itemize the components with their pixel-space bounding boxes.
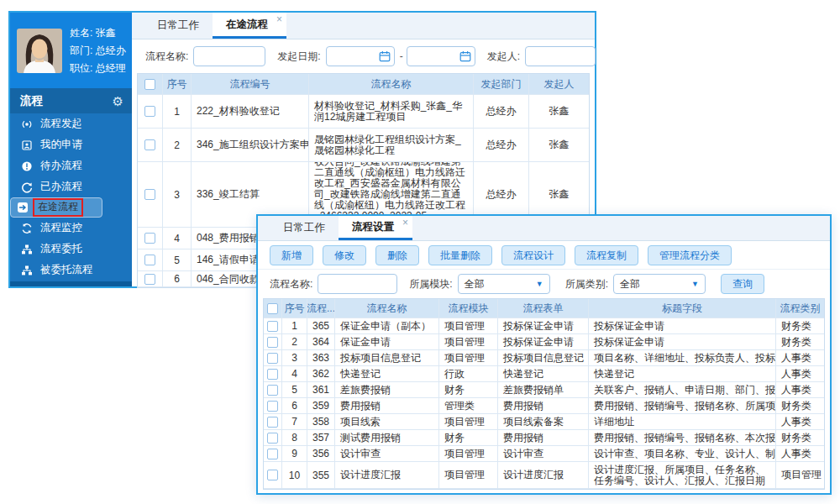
- row-checkbox[interactable]: [144, 233, 155, 244]
- row-checkbox[interactable]: [267, 369, 278, 380]
- table-row[interactable]: 1 222_材料验收登记 材料验收登记_材料采购_张鑫_华润12城房建工程项目 …: [138, 95, 589, 129]
- sidebar-item-delegated-to-me[interactable]: 被委托流程: [10, 260, 132, 281]
- calendar-icon[interactable]: [379, 50, 391, 65]
- col-header-no: 序号: [163, 74, 192, 94]
- table-row[interactable]: 7 358 项目线索 项目管理 项目线索备案 详细地址 人事类: [264, 414, 824, 430]
- tab-in-transit[interactable]: 在途流程 ×: [213, 13, 286, 39]
- process-settings-window: 日常工作 流程设置 × 新增 修改 删除 批量删除 流程设计 流程复制 管理流程…: [256, 214, 832, 495]
- row-checkbox[interactable]: [144, 139, 155, 150]
- sidebar-bottom-strip: [10, 281, 132, 286]
- exclamation-circle-icon: [21, 160, 33, 172]
- flow-name-input[interactable]: [193, 46, 265, 66]
- tab-label: 流程设置: [352, 220, 394, 234]
- window2-toolbar: 新增 修改 删除 批量删除 流程设计 流程复制 管理流程分类: [258, 241, 830, 270]
- batch-delete-button[interactable]: 批量删除: [428, 245, 492, 265]
- row-checkbox[interactable]: [267, 385, 278, 396]
- history-arrow-icon: [21, 181, 33, 193]
- table-row[interactable]: 2 364 保证金申请 项目管理 投标保证金申请 投标保证金申请 财务类: [264, 334, 824, 350]
- user-department: 部门: 总经办: [70, 42, 126, 60]
- flow-name-label: 流程名称:: [270, 277, 312, 291]
- sidebar-item-todo-processes[interactable]: 待办流程: [10, 155, 132, 176]
- close-icon[interactable]: ×: [402, 217, 408, 228]
- sidebar-item-label: 被委托流程: [40, 263, 93, 277]
- category-select-value: 全部: [620, 277, 640, 291]
- col-header-person: 发起人: [529, 74, 589, 94]
- row-checkbox[interactable]: [267, 401, 278, 412]
- calendar-icon[interactable]: [459, 50, 471, 65]
- table-row[interactable]: 9 356 设计审查 项目管理 设计审查 设计审查、项目名称、专业、设计人、制单…: [264, 446, 824, 462]
- flow-design-button[interactable]: 流程设计: [501, 245, 565, 265]
- sidebar-item-label: 流程监控: [40, 221, 82, 235]
- tab-process-settings[interactable]: 流程设置 ×: [339, 216, 412, 240]
- flow-copy-button[interactable]: 流程复制: [575, 245, 638, 265]
- select-all-checkbox[interactable]: [267, 303, 278, 314]
- chevron-down-icon: ▼: [536, 280, 543, 288]
- row-checkbox[interactable]: [144, 255, 155, 265]
- category-label: 所属类别:: [565, 277, 608, 291]
- row-checkbox[interactable]: [267, 321, 278, 332]
- user-position: 职位: 总经理: [70, 60, 126, 77]
- sidebar-item-my-applications[interactable]: 我的申请: [10, 134, 132, 155]
- initiator-input[interactable]: [525, 46, 596, 66]
- initiator-label: 发起人:: [487, 50, 520, 64]
- select-all-checkbox[interactable]: [144, 79, 155, 90]
- row-checkbox[interactable]: [267, 417, 278, 428]
- sidebar-section-title: 流程: [20, 93, 43, 108]
- table-header-row: 序号 流程... 流程名称 流程模块 流程表单 标题字段 流程类别: [264, 299, 824, 318]
- row-checkbox[interactable]: [144, 189, 155, 200]
- manage-category-button[interactable]: 管理流程分类: [648, 245, 732, 265]
- table-row[interactable]: 8 357 测试费用报销 财务 费用报销 费用报销、报销编号、报销名称、本次报销…: [264, 430, 824, 446]
- col-header-name: 流程名称: [335, 299, 439, 318]
- sidebar-item-process-start[interactable]: 流程发起: [10, 113, 132, 134]
- search-button[interactable]: 查询: [721, 274, 764, 294]
- user-info: 姓名: 张鑫 部门: 总经办 职位: 总经理: [70, 24, 126, 77]
- gear-icon[interactable]: ⚙: [113, 95, 123, 108]
- tab-daily-work[interactable]: 日常工作: [270, 216, 339, 240]
- broadcast-icon: [21, 118, 33, 130]
- table-row[interactable]: 2 346_施工组织设计方案申请 晟铭园林绿化工程组织设计方案_晟铭园林绿化工程…: [138, 129, 589, 162]
- close-icon[interactable]: ×: [276, 13, 282, 25]
- category-select[interactable]: 全部 ▼: [613, 274, 706, 294]
- module-select[interactable]: 全部 ▼: [458, 274, 550, 294]
- table-row[interactable]: 1 365 保证金申请（副本） 项目管理 投标保证金申请 投标保证金申请 财务类: [264, 318, 824, 334]
- table-row[interactable]: 6 359 费用报销 管理类 费用报销 费用报销、报销编号、报销名称、所属项目 …: [264, 398, 824, 414]
- col-header-title: 标题字段: [589, 299, 776, 318]
- table-row[interactable]: 10 355 设计进度汇报 项目管理 设计进度汇报 设计进度汇报、所属项目、任务…: [264, 462, 824, 489]
- tab-daily-work[interactable]: 日常工作: [144, 13, 213, 39]
- sidebar: 姓名: 张鑫 部门: 总经办 职位: 总经理 流程 ⚙ 流程发起: [10, 13, 132, 286]
- col-header-category: 流程类别: [776, 299, 824, 318]
- sidebar-item-label: 在途流程: [38, 201, 78, 213]
- table-row[interactable]: 3 363 投标项目信息登记 项目管理 投标项目信息登记 项目名称、详细地址、投…: [264, 350, 824, 366]
- module-select-value: 全部: [465, 277, 485, 291]
- row-checkbox[interactable]: [267, 470, 278, 480]
- flow-name-label: 流程名称:: [145, 50, 188, 64]
- delete-button[interactable]: 删除: [375, 245, 419, 265]
- sidebar-item-process-delegate[interactable]: 流程委托: [10, 239, 132, 260]
- process-settings-table: 序号 流程... 流程名称 流程模块 流程表单 标题字段 流程类别 1 365 …: [263, 298, 825, 490]
- sidebar-item-done-processes[interactable]: 已办流程: [10, 176, 132, 197]
- flow-name-input[interactable]: [318, 274, 397, 294]
- add-button[interactable]: 新增: [270, 245, 313, 265]
- col-header-no: 序号: [282, 299, 307, 318]
- window2-tabbar: 日常工作 流程设置 ×: [258, 216, 830, 241]
- tab-label: 日常工作: [283, 221, 325, 235]
- row-checkbox[interactable]: [267, 353, 278, 364]
- sidebar-item-label: 我的申请: [40, 138, 82, 152]
- row-checkbox[interactable]: [144, 274, 155, 285]
- row-checkbox[interactable]: [267, 449, 278, 459]
- row-checkbox[interactable]: [267, 433, 278, 444]
- in-transit-icon: [17, 202, 29, 213]
- sitemap-icon: [21, 265, 33, 276]
- sidebar-item-process-monitor[interactable]: 流程监控: [10, 218, 132, 239]
- col-header-code: 流程...: [307, 299, 335, 318]
- row-checkbox[interactable]: [267, 337, 278, 348]
- table-row[interactable]: 4 362 快递登记 行政 快递登记 快递登记 人事类: [264, 366, 824, 382]
- sidebar-item-in-transit-processes[interactable]: 在途流程: [10, 197, 102, 218]
- row-checkbox[interactable]: [144, 106, 155, 117]
- table-header-row: 序号 流程编号 流程名称 发起部门 发起人: [138, 74, 589, 95]
- sync-icon: [21, 223, 33, 234]
- avatar: [17, 29, 62, 73]
- table-row[interactable]: 5 361 差旅费报销 财务 差旅费报销单 关联客户、报销人、申请日期、部门、报…: [264, 382, 824, 398]
- edit-button[interactable]: 修改: [323, 245, 366, 265]
- screen: 姓名: 张鑫 部门: 总经办 职位: 总经理 流程 ⚙ 流程发起: [0, 0, 840, 504]
